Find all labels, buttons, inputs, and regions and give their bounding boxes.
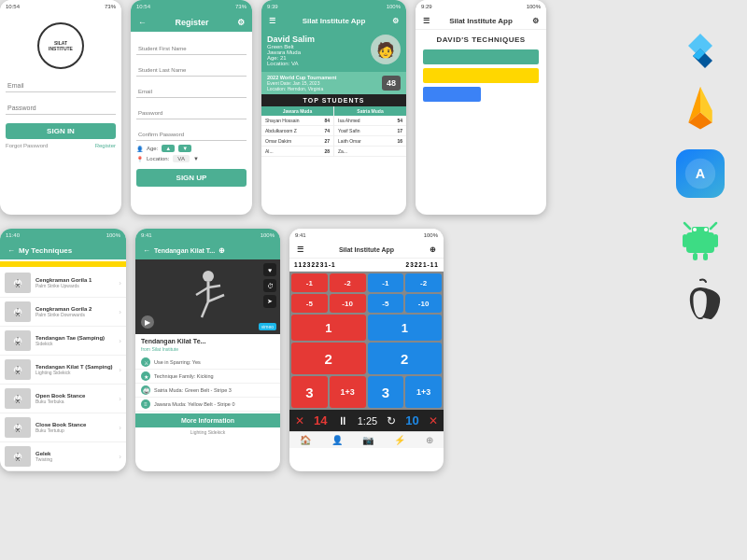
video-share-icon[interactable]: ⊕: [218, 246, 225, 255]
technique-item-4[interactable]: 🥋 Tendangan Kilat T (Samping) Lighting S…: [0, 356, 126, 385]
reg-password-input[interactable]: [136, 107, 247, 119]
score-minus2-left[interactable]: -2: [330, 273, 366, 292]
status-time-list: 11:40: [6, 232, 20, 238]
nav-home-icon[interactable]: 🏠: [300, 435, 311, 445]
login-links: Forgot Password Register: [6, 143, 116, 148]
score-minus5-left[interactable]: -5: [291, 294, 328, 313]
vimeo-badge: vimeo: [259, 323, 276, 330]
score-1-left[interactable]: 1: [291, 315, 366, 341]
technique-item-1[interactable]: 🥋 Cengkraman Gorila 1 Palm Strike Upward…: [0, 269, 126, 298]
satria-score-2: 17: [397, 128, 402, 133]
status-bar-tech-profile: 9:29 100%: [416, 0, 546, 13]
score-minus10-left[interactable]: -10: [330, 294, 366, 313]
score-1plus3-right[interactable]: 1+3: [405, 376, 442, 408]
status-time-scoring: 9:41: [295, 232, 306, 238]
more-info-button[interactable]: More Information: [135, 413, 280, 427]
heart-icon[interactable]: ♥: [263, 263, 276, 276]
score-3-right[interactable]: 3: [368, 376, 404, 408]
tech-menu-icon[interactable]: ☰: [423, 17, 430, 25]
technique-sub-3: Sidekick: [35, 341, 114, 346]
menu-icon[interactable]: ☰: [269, 17, 275, 25]
student-score-1: 84: [324, 118, 330, 123]
age-up[interactable]: ▲: [162, 145, 175, 152]
xcode-icon: A: [676, 149, 725, 198]
yellow-belt-bar: [423, 68, 539, 83]
signin-button[interactable]: SIGN IN: [6, 123, 116, 139]
reg-email-input[interactable]: [136, 86, 247, 98]
student-name-1: Shayan Hossain: [265, 118, 299, 123]
phone-techniques-list: 11:40 100% ← My Techniques 🥋 Cengkraman …: [0, 229, 126, 471]
satria-row-3: Laith Omar 16: [334, 136, 406, 147]
technique-item-2[interactable]: 🥋 Cengkraman Gorila 2 Palm Strike Downwa…: [0, 298, 126, 327]
svg-line-4: [202, 301, 208, 317]
svg-line-19: [711, 223, 716, 229]
technique-item-3[interactable]: 🥋 Tendangan Tae (Samping) Sidekick ›: [0, 327, 126, 356]
video-back-icon[interactable]: ←: [143, 246, 150, 255]
technique-item-7[interactable]: 🥋 Gelek Twisting ›: [0, 442, 126, 471]
tech-settings-icon[interactable]: ⚙: [532, 17, 539, 25]
satria-muda-info: 🥋 Satria Muda: Green Belt - Stripe 3: [135, 384, 280, 398]
register-title: Register: [175, 18, 208, 27]
clock-icon[interactable]: ⏱: [263, 279, 276, 292]
profile-settings-icon[interactable]: ⚙: [392, 17, 399, 25]
technique-sub-5: Buku Terbuka: [35, 399, 114, 404]
chevron-right-icon-1: ›: [119, 279, 121, 287]
settings-icon[interactable]: ⚙: [237, 18, 245, 27]
scoring-settings-icon[interactable]: ⊕: [430, 245, 436, 254]
score-2-right[interactable]: 2: [368, 343, 443, 374]
blue-belt-bar: [423, 87, 481, 102]
timer-close-icon[interactable]: ✕: [429, 414, 438, 427]
score-minus1-right[interactable]: -1: [368, 273, 404, 292]
register-link[interactable]: Register: [95, 143, 116, 148]
chevron-right-icon-2: ›: [119, 308, 121, 316]
password-input[interactable]: [6, 102, 116, 115]
lastname-input[interactable]: [136, 64, 247, 77]
location-value[interactable]: VA: [173, 155, 190, 162]
confirm-password-input[interactable]: [136, 129, 247, 141]
send-icon[interactable]: ➤: [263, 295, 276, 308]
timer-bar: ✕ 14 ⏸ 1:25 ↻ 10 ✕: [289, 410, 444, 431]
nav-person-icon[interactable]: 👤: [331, 435, 343, 445]
age-down[interactable]: ▼: [178, 145, 191, 152]
score-minus1-left[interactable]: -1: [291, 273, 328, 292]
score-display-row: 11232231-1 23221-11: [289, 259, 444, 272]
thumb-7: 🥋: [5, 446, 31, 467]
scoring-menu-icon[interactable]: ☰: [297, 245, 303, 254]
email-input[interactable]: [6, 79, 116, 92]
score-minus2-right[interactable]: -2: [405, 273, 442, 292]
score-1-right[interactable]: 1: [368, 315, 443, 341]
thumb-4: 🥋: [5, 359, 31, 380]
location-dropdown-icon[interactable]: ▼: [193, 156, 199, 161]
svg-rect-21: [713, 234, 718, 247]
play-button[interactable]: ▶: [141, 315, 154, 329]
nav-scoring-icon[interactable]: ⚡: [394, 435, 405, 445]
pause-icon[interactable]: ⏸: [337, 414, 348, 427]
timer-cancel-icon[interactable]: ✕: [295, 414, 304, 427]
score-minus5-right[interactable]: -5: [368, 294, 404, 313]
forgot-password-link[interactable]: Forgot Password: [6, 143, 48, 148]
score-1plus3-left[interactable]: 1+3: [330, 376, 366, 408]
list-back-icon[interactable]: ←: [7, 246, 15, 255]
signup-button[interactable]: SIGN UP: [136, 169, 247, 187]
firstname-input[interactable]: [136, 43, 247, 55]
score-3-left[interactable]: 3: [291, 376, 328, 408]
score-minus10-right[interactable]: -10: [405, 294, 442, 313]
technique-item-6[interactable]: 🥋 Close Book Stance Buku Tertutup ›: [0, 413, 126, 442]
refresh-icon[interactable]: ↻: [387, 414, 396, 427]
svg-line-18: [684, 223, 690, 229]
back-icon[interactable]: ←: [138, 18, 147, 27]
video-header: ← Tendangan Kilat T... ⊕: [135, 242, 280, 259]
status-time-video: 9:41: [141, 232, 152, 238]
technique-item-5[interactable]: 🥋 Open Book Stance Buku Terbuka ›: [0, 385, 126, 413]
location-label: Location:: [147, 156, 169, 161]
student-score-4: 28: [324, 148, 330, 154]
status-battery-video: 100%: [261, 232, 275, 238]
status-battery-list: 100%: [106, 232, 120, 238]
student-name-4: Al...: [265, 148, 274, 154]
android-svg: [677, 214, 724, 260]
top-students-header: TOP STUDENTS: [261, 94, 406, 106]
score-2-left[interactable]: 2: [291, 343, 366, 374]
nav-camera-icon[interactable]: 📷: [362, 435, 374, 445]
nav-settings-icon[interactable]: ⊕: [426, 435, 433, 445]
techniques-list-header: ← My Techniques: [0, 242, 126, 259]
